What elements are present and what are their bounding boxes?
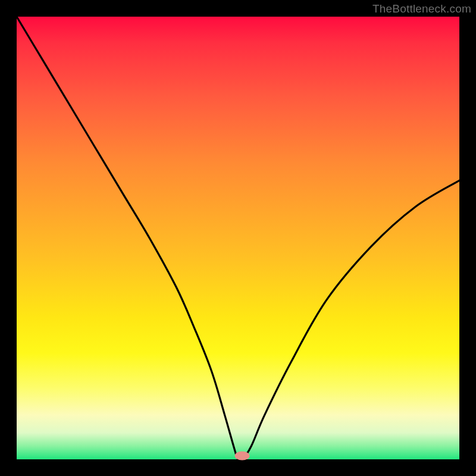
curve-path bbox=[17, 17, 459, 459]
minimum-marker bbox=[235, 452, 250, 461]
plot-area bbox=[17, 17, 459, 459]
chart-frame: TheBottleneck.com bbox=[0, 0, 476, 476]
watermark-text: TheBottleneck.com bbox=[372, 2, 471, 15]
bottleneck-curve bbox=[17, 17, 459, 459]
